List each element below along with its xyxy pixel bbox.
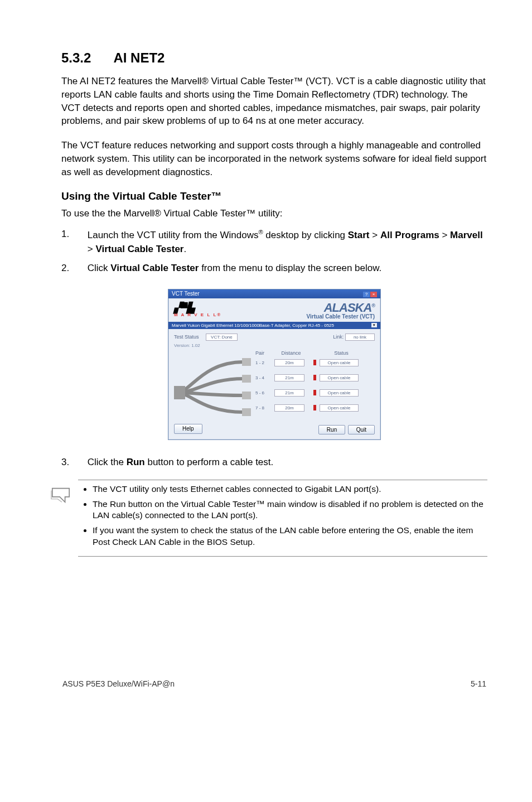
step-3-text-b: button to perform a cable test.	[145, 457, 274, 467]
results-table: Pair Distance Status 1 - 2 20m Open cabl…	[255, 350, 375, 421]
sep: >	[370, 230, 380, 240]
quit-button[interactable]: Quit	[348, 425, 375, 434]
section-title-text: AI NET2	[113, 50, 165, 65]
step-2: 2. Click Virtual Cable Tester from the m…	[61, 262, 487, 276]
test-status: Test Status VCT: Done	[174, 334, 241, 341]
status-led	[313, 360, 316, 365]
status-value: Open cable	[320, 389, 359, 397]
step-2-text-a: Click	[88, 263, 111, 273]
step-1: 1. Launch the VCT utility from the Windo…	[61, 228, 487, 256]
step-1-end: .	[184, 244, 187, 254]
page-footer: ASUS P5E3 Deluxe/WiFi-AP@n 5-11	[61, 679, 487, 688]
run-button[interactable]: Run	[318, 425, 345, 434]
pair-value: 1 - 2	[255, 360, 274, 365]
footer-left: ASUS P5E3 Deluxe/WiFi-AP@n	[62, 679, 175, 688]
col-status: Status	[308, 350, 375, 356]
step-1-text-b: desktop by clicking	[263, 230, 348, 240]
note-3: If you want the system to check the stat…	[93, 525, 487, 548]
test-status-value: VCT: Done	[206, 334, 238, 341]
subheading-line: To use the the Marvell® Virtual Cable Te…	[61, 207, 487, 220]
window-controls: ?×	[362, 291, 377, 297]
link-status: Link: no link	[241, 334, 375, 341]
registered-mark: ®	[259, 229, 263, 235]
vct-label: Virtual Cable Tester	[95, 244, 183, 254]
help-icon[interactable]: ?	[363, 292, 370, 297]
run-label: Run	[127, 457, 145, 467]
status-led	[313, 390, 316, 395]
svg-rect-4	[242, 408, 251, 416]
note-block: The VCT utility only tests Ethernet cabl…	[78, 480, 487, 557]
note-2: The Run button on the Virtual Cable Test…	[93, 499, 487, 522]
section-number: 5.3.2	[61, 50, 91, 66]
status-led	[313, 375, 316, 380]
help-button[interactable]: Help	[174, 424, 202, 434]
table-row: 3 - 4 21m Open cable	[255, 374, 375, 381]
alaska-subtitle: Virtual Cable Tester (VCT)	[307, 314, 375, 320]
footer-right: 5-11	[471, 679, 486, 688]
section-heading: 5.3.2AI NET2	[61, 50, 487, 66]
adapter-strip: Marvell Yukon Gigabit Ethernet 10/100/10…	[168, 322, 380, 329]
svg-rect-3	[242, 392, 251, 399]
col-pair: Pair	[255, 350, 274, 356]
pair-value: 7 - 8	[255, 405, 274, 410]
distance-value: 20m	[274, 404, 304, 412]
note-1: The VCT utility only tests Ethernet cabl…	[93, 484, 487, 495]
status-value: Open cable	[320, 359, 359, 366]
vct-window: VCT Tester ?× ▞▀▙ M A R V E L L® ALASKA®…	[168, 289, 381, 440]
sep: >	[439, 230, 450, 240]
dropdown-icon[interactable]: ▾	[371, 323, 377, 327]
status-led	[313, 405, 316, 410]
window-titlebar: VCT Tester ?×	[168, 289, 380, 298]
status-value: Open cable	[320, 374, 359, 381]
step-1-number: 1.	[61, 228, 85, 241]
step-3-number: 3.	[61, 456, 85, 470]
start-label: Start	[348, 230, 370, 240]
adapter-name: Marvell Yukon Gigabit Ethernet 10/100/10…	[172, 323, 334, 328]
table-row: 7 - 8 20m Open cable	[255, 404, 375, 412]
close-icon[interactable]: ×	[370, 292, 377, 297]
subheading: Using the Virtual Cable Tester™	[61, 190, 487, 202]
version-label: Version: 1.02	[174, 343, 375, 348]
all-programs-label: All Programs	[380, 230, 439, 240]
distance-value: 21m	[274, 389, 304, 397]
vct-screenshot: VCT Tester ?× ▞▀▙ M A R V E L L® ALASKA®…	[61, 289, 487, 440]
pair-value: 5 - 6	[255, 390, 274, 395]
distance-value: 20m	[274, 359, 304, 366]
paragraph-2: The VCT feature reduces networking and s…	[61, 139, 487, 178]
marvell-logo-text: M A R V E L L®	[174, 312, 221, 317]
window-title: VCT Tester	[172, 291, 200, 297]
svg-rect-0	[174, 386, 185, 399]
step-3-text-a: Click the	[88, 457, 127, 467]
link-label: Link:	[333, 334, 344, 340]
paragraph-1: The AI NET2 features the Marvell® Virtua…	[61, 75, 487, 128]
pair-value: 3 - 4	[255, 375, 274, 380]
step-2-number: 2.	[61, 262, 85, 276]
link-value: no link	[345, 334, 375, 341]
vct-menu-label: Virtual Cable Tester	[110, 263, 199, 273]
alaska-logo: ALASKA® Virtual Cable Tester (VCT)	[307, 302, 375, 320]
step-3: 3. Click the Run button to perform a cab…	[61, 456, 487, 470]
svg-rect-2	[242, 375, 251, 383]
marvell-label: Marvell	[450, 230, 483, 240]
step-2-text-b: from the menu to display the screen belo…	[199, 263, 381, 273]
svg-rect-1	[242, 358, 251, 366]
sep: >	[88, 244, 96, 254]
step-1-text-a: Launch the VCT utility from the Windows	[88, 230, 259, 240]
col-distance: Distance	[274, 350, 308, 356]
marvell-logo: ▞▀▙ M A R V E L L®	[174, 304, 221, 317]
table-row: 5 - 6 21m Open cable	[255, 389, 375, 397]
distance-value: 21m	[274, 374, 304, 381]
cable-diagram	[174, 354, 252, 421]
status-value: Open cable	[320, 404, 359, 412]
note-icon	[50, 484, 78, 552]
table-row: 1 - 2 20m Open cable	[255, 359, 375, 366]
test-status-label: Test Status	[174, 334, 199, 340]
alaska-text: ALASKA	[324, 301, 372, 315]
